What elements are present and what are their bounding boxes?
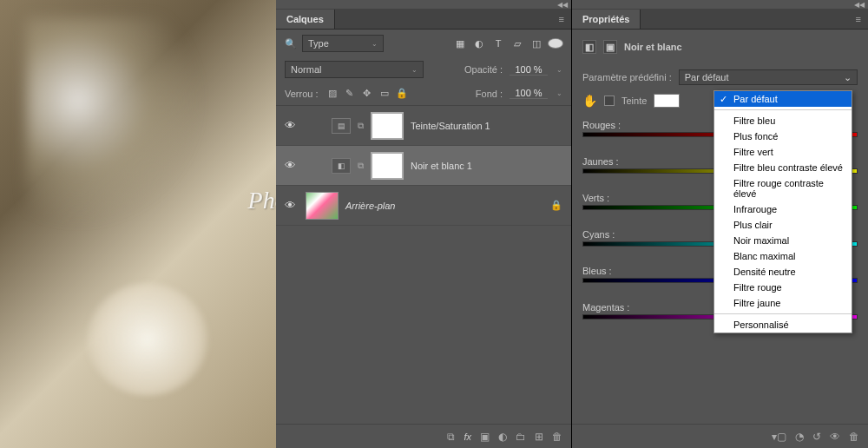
preset-dropdown[interactable]: Par défaut ⌄ xyxy=(679,69,858,85)
dropdown-option[interactable]: Filtre bleu xyxy=(714,113,852,128)
panel-collapse-row: ◀◀ xyxy=(276,0,571,9)
chevron-down-icon: ⌄ xyxy=(844,72,852,83)
dropdown-option[interactable]: Par défaut xyxy=(714,91,852,107)
canvas-area[interactable]: Photoshoplus xyxy=(0,0,276,448)
visibility-icon[interactable]: 👁 xyxy=(285,159,299,172)
chevron-down-icon[interactable]: ⌄ xyxy=(556,66,562,74)
filter-text-icon[interactable]: T xyxy=(491,38,505,49)
search-icon[interactable]: 🔍 xyxy=(285,38,297,49)
filter-toggle-icon[interactable] xyxy=(549,39,562,48)
dropdown-option[interactable]: Infrarouge xyxy=(714,201,852,217)
filter-image-icon[interactable]: ▦ xyxy=(453,38,467,49)
lock-position-icon[interactable]: ✥ xyxy=(360,87,374,101)
adjustment-title-row: ◧ ▣ Noir et blanc xyxy=(582,36,858,61)
chevron-down-icon: ⌄ xyxy=(411,66,418,74)
fill-input[interactable]: 100 % xyxy=(510,88,548,99)
clip-to-layer-icon[interactable]: ▾▢ xyxy=(772,431,786,443)
filter-shape-icon[interactable]: ▱ xyxy=(510,38,524,49)
layers-tab-bar: Calques ≡ xyxy=(276,9,571,30)
preset-dropdown-menu: Par défaut Filtre bleu Plus foncé Filtre… xyxy=(713,90,852,333)
visibility-icon[interactable]: 👁 xyxy=(285,199,299,212)
layer-mask-icon[interactable]: ▣ xyxy=(480,431,490,443)
filter-type-dropdown[interactable]: Type ⌄ xyxy=(302,35,384,52)
layer-row[interactable]: 👁 ▤ ⧉ Teinte/Saturation 1 xyxy=(276,106,571,146)
fill-label: Fond : xyxy=(476,89,503,99)
lock-row: Verrou : ▨ ✎ ✥ ▭ 🔒 Fond : 100 % ⌄ xyxy=(276,82,571,106)
layer-filter-row: 🔍 Type ⌄ ▦ ◐ T ▱ ◫ xyxy=(276,30,571,57)
layer-name[interactable]: Noir et blanc 1 xyxy=(411,161,472,171)
toggle-visibility-icon[interactable]: 👁 xyxy=(830,431,840,443)
tab-calques[interactable]: Calques xyxy=(276,10,335,29)
dropdown-option[interactable]: Densité neutre xyxy=(714,264,852,280)
chevron-down-icon[interactable]: ⌄ xyxy=(556,89,562,97)
layer-row[interactable]: 👁 Arrière-plan 🔒 xyxy=(276,186,571,226)
dropdown-option[interactable]: Filtre vert xyxy=(714,144,852,160)
layer-name[interactable]: Teinte/Saturation 1 xyxy=(411,121,490,131)
filter-type-label: Type xyxy=(308,38,329,49)
layer-name[interactable]: Arrière-plan xyxy=(345,201,395,211)
tint-checkbox[interactable] xyxy=(604,96,615,106)
tint-color-swatch[interactable] xyxy=(654,94,680,108)
filter-icon-group: ▦ ◐ T ▱ ◫ xyxy=(453,38,562,49)
panel-menu-icon[interactable]: ≡ xyxy=(552,14,571,24)
blend-mode-value: Normal xyxy=(291,64,321,75)
dropdown-option[interactable]: Filtre jaune xyxy=(714,295,852,311)
lock-icons: ▨ ✎ ✥ ▭ 🔒 xyxy=(326,87,409,101)
delete-layer-icon[interactable]: 🗑 xyxy=(552,431,562,443)
mask-thumbnail[interactable] xyxy=(371,152,404,180)
collapse-icon[interactable]: ◀◀ xyxy=(557,1,568,9)
filter-adjustment-icon[interactable]: ◐ xyxy=(472,38,486,49)
opacity-label: Opacité : xyxy=(464,64,503,75)
scrubby-hand-icon[interactable]: ✋ xyxy=(582,94,597,108)
lock-icon[interactable]: 🔒 xyxy=(550,200,562,211)
dropdown-option[interactable]: Plus foncé xyxy=(714,128,852,144)
dropdown-option[interactable]: Filtre bleu contraste élevé xyxy=(714,160,852,175)
bw-icon: ◧ xyxy=(332,158,351,174)
layer-list: 👁 ▤ ⧉ Teinte/Saturation 1 👁 ◧ ⧉ Noir et … xyxy=(276,106,571,424)
lock-transparent-icon[interactable]: ▨ xyxy=(326,87,339,101)
blend-mode-dropdown[interactable]: Normal ⌄ xyxy=(285,61,424,78)
layer-thumbnail[interactable] xyxy=(306,192,339,220)
tint-label: Teinte xyxy=(621,96,647,106)
link-layers-icon[interactable]: ⧉ xyxy=(447,431,455,443)
panel-menu-icon[interactable]: ≡ xyxy=(849,14,868,24)
chevron-down-icon: ⌄ xyxy=(372,40,378,48)
collapse-icon[interactable]: ◀◀ xyxy=(854,1,865,9)
preset-label: Paramètre prédéfini : xyxy=(582,72,672,82)
mask-link-icon[interactable]: ⧉ xyxy=(358,121,364,131)
layer-style-icon[interactable]: fx xyxy=(464,431,471,443)
dropdown-option[interactable]: Filtre rouge contraste élevé xyxy=(714,175,852,201)
preset-value: Par défaut xyxy=(685,72,729,82)
dropdown-separator xyxy=(714,313,852,314)
delete-adjustment-icon[interactable]: 🗑 xyxy=(849,431,859,443)
mask-thumbnail[interactable] xyxy=(371,112,404,140)
tab-proprietes[interactable]: Propriétés xyxy=(572,10,641,29)
mask-link-icon[interactable]: ⧉ xyxy=(358,161,364,171)
adjustment-title: Noir et blanc xyxy=(624,42,682,52)
bw-adjustment-icon: ◧ xyxy=(582,40,596,54)
group-icon[interactable]: 🗀 xyxy=(516,431,526,443)
dropdown-option[interactable]: Blanc maximal xyxy=(714,248,852,264)
visibility-icon[interactable]: 👁 xyxy=(285,119,299,132)
layer-row[interactable]: 👁 ◧ ⧉ Noir et blanc 1 xyxy=(276,146,571,186)
lock-all-icon[interactable]: 🔒 xyxy=(395,87,409,101)
lock-paint-icon[interactable]: ✎ xyxy=(343,87,357,101)
blend-row: Normal ⌄ Opacité : 100 % ⌄ xyxy=(276,57,571,82)
dropdown-option[interactable]: Plus clair xyxy=(714,217,852,233)
dropdown-option[interactable]: Filtre rouge xyxy=(714,280,852,295)
panel-collapse-row: ◀◀ xyxy=(572,0,868,9)
dropdown-separator xyxy=(714,109,852,110)
dropdown-option[interactable]: Personnalisé xyxy=(714,317,852,333)
dropdown-option[interactable]: Noir maximal xyxy=(714,233,852,248)
opacity-input[interactable]: 100 % xyxy=(510,64,548,76)
props-tab-bar: Propriétés ≡ xyxy=(572,9,868,30)
reset-icon[interactable]: ↺ xyxy=(812,431,821,443)
props-bottom-bar: ▾▢ ◔ ↺ 👁 🗑 xyxy=(572,424,868,448)
previous-state-icon[interactable]: ◔ xyxy=(795,431,804,443)
filter-smart-icon[interactable]: ◫ xyxy=(529,38,543,49)
adjustment-layer-icon[interactable]: ◐ xyxy=(498,431,507,443)
watermark-text: Photoshoplus xyxy=(248,187,276,214)
lock-artboard-icon[interactable]: ▭ xyxy=(378,87,391,101)
new-layer-icon[interactable]: ⊞ xyxy=(535,431,543,443)
mask-icon[interactable]: ▣ xyxy=(603,40,617,54)
